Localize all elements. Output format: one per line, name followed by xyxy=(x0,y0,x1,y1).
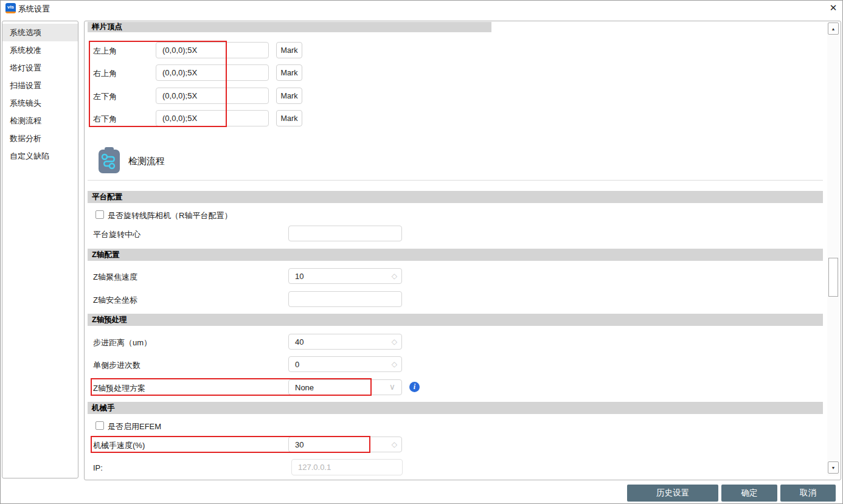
ok-button[interactable]: 确定 xyxy=(721,485,777,502)
ip-input[interactable]: 127.0.0.1 xyxy=(291,459,403,475)
info-icon[interactable]: i xyxy=(409,382,420,392)
vertex-bottom-right-mark-button[interactable]: Mark xyxy=(276,110,302,126)
sidebar-item-data-analysis[interactable]: 数据分析 xyxy=(2,129,78,147)
cancel-button[interactable]: 取消 xyxy=(780,485,836,502)
spinner-icon[interactable]: ◇ xyxy=(392,440,397,449)
vertex-top-left-label: 左上角 xyxy=(93,46,117,57)
single-side-step-count-label: 单侧步进次数 xyxy=(93,360,140,371)
scroll-up-icon[interactable]: ▲ xyxy=(828,22,839,35)
robot-speed-input[interactable]: 30 ◇ xyxy=(288,437,402,452)
z-focus-speed-input[interactable]: 10 ◇ xyxy=(288,268,402,284)
chevron-down-icon[interactable]: ∨ xyxy=(389,382,395,392)
single-side-step-count-input[interactable]: 0 ◇ xyxy=(288,356,402,372)
sidebar-item-system-calibration[interactable]: 系统校准 xyxy=(2,41,78,59)
platform-rotation-center-input[interactable] xyxy=(288,226,402,241)
vertex-bottom-right-input[interactable]: (0,0,0);5X xyxy=(156,110,269,126)
app-logo-icon: vis xyxy=(5,3,16,13)
spinner-icon[interactable]: ◇ xyxy=(392,337,397,346)
sidebar-item-tower-light[interactable]: 塔灯设置 xyxy=(2,59,78,77)
vertex-top-left-mark-button[interactable]: Mark xyxy=(276,42,302,58)
ip-label: IP: xyxy=(93,463,103,472)
vertex-top-right-label: 右上角 xyxy=(93,68,117,79)
vertex-bottom-left-mark-button[interactable]: Mark xyxy=(276,88,302,104)
z-safe-coord-label: Z轴安全坐标 xyxy=(93,295,137,306)
step-distance-input[interactable]: 40 ◇ xyxy=(288,334,402,350)
section-header-z-preprocess: Z轴预处理 xyxy=(88,314,823,326)
inspection-flow-icon xyxy=(97,147,122,174)
settings-sidebar: 系统选项 系统校准 塔灯设置 扫描设置 系统镜头 检测流程 数据分析 自定义缺陷 xyxy=(2,21,78,478)
spinner-icon[interactable]: ◇ xyxy=(392,360,397,368)
inspection-flow-banner-label: 检测流程 xyxy=(128,156,165,167)
section-header-robot-arm: 机械手 xyxy=(88,402,823,414)
system-settings-dialog: vis 系统设置 ✕ 系统选项 系统校准 塔灯设置 扫描设置 系统镜头 检测流程… xyxy=(0,0,843,504)
sidebar-item-scan-settings[interactable]: 扫描设置 xyxy=(2,77,78,94)
rotate-line-camera-checkbox-label: 是否旋转线阵相机（R轴平台配置） xyxy=(108,210,232,221)
section-header-sample-vertex: 样片顶点 xyxy=(88,22,491,32)
vertex-top-left-input[interactable]: (0,0,0);5X xyxy=(156,42,269,58)
vertex-top-right-input[interactable]: (0,0,0);5X xyxy=(156,64,269,81)
window-title: 系统设置 xyxy=(18,4,50,15)
spinner-icon[interactable]: ◇ xyxy=(392,272,397,280)
vertex-top-right-mark-button[interactable]: Mark xyxy=(276,64,302,81)
vertex-bottom-right-label: 右下角 xyxy=(93,114,117,125)
z-focus-speed-value: 10 xyxy=(295,272,304,281)
vertex-bottom-left-input[interactable]: (0,0,0);5X xyxy=(156,88,269,104)
sidebar-item-custom-defects[interactable]: 自定义缺陷 xyxy=(2,147,78,165)
sidebar-item-inspection-flow[interactable]: 检测流程 xyxy=(2,112,78,129)
step-distance-label: 步进距离（um） xyxy=(93,337,151,348)
step-distance-value: 40 xyxy=(295,337,304,347)
z-preprocess-plan-value: None xyxy=(295,383,314,392)
robot-speed-label: 机械手速度(%) xyxy=(93,440,145,451)
z-preprocess-plan-combobox[interactable]: None ∨ xyxy=(288,379,402,395)
z-focus-speed-label: Z轴聚焦速度 xyxy=(93,272,137,283)
scrollbar-thumb[interactable] xyxy=(828,258,838,297)
section-header-platform: 平台配置 xyxy=(88,191,823,203)
scroll-down-icon[interactable]: ▼ xyxy=(828,461,839,474)
sidebar-item-system-options[interactable]: 系统选项 xyxy=(2,24,78,41)
single-side-step-count-value: 0 xyxy=(295,360,299,369)
sidebar-item-system-lens[interactable]: 系统镜头 xyxy=(2,94,78,112)
vertical-scrollbar[interactable] xyxy=(827,22,839,475)
platform-rotation-center-label: 平台旋转中心 xyxy=(93,229,140,240)
robot-speed-value: 30 xyxy=(295,440,304,449)
rotate-line-camera-checkbox[interactable] xyxy=(95,210,104,219)
section-header-z-axis: Z轴配置 xyxy=(88,249,823,261)
vertex-bottom-left-label: 左下角 xyxy=(93,91,117,102)
enable-efem-checkbox[interactable] xyxy=(95,421,104,430)
z-safe-coord-input[interactable] xyxy=(288,291,402,307)
section-divider xyxy=(88,180,823,181)
close-icon[interactable]: ✕ xyxy=(825,1,841,15)
enable-efem-checkbox-label: 是否启用EFEM xyxy=(108,421,161,432)
history-settings-button[interactable]: 历史设置 xyxy=(627,485,718,502)
z-preprocess-plan-label: Z轴预处理方案 xyxy=(93,383,145,394)
